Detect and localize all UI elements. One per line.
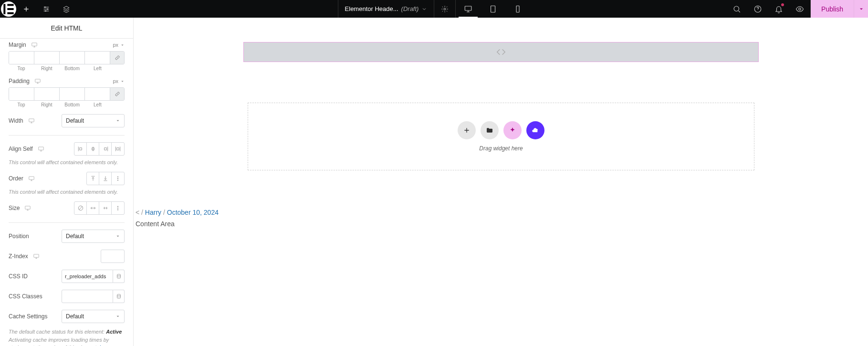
svg-rect-2 <box>7 8 13 10</box>
top-bar: Elementor Heade... (Draft) <box>0 0 868 18</box>
search-button[interactable] <box>726 0 747 18</box>
order-last-button[interactable] <box>99 172 112 185</box>
publish-options-button[interactable] <box>854 0 868 18</box>
cssclasses-dynamic-button[interactable] <box>113 290 125 303</box>
margin-top-input[interactable] <box>9 52 34 64</box>
svg-rect-9 <box>491 6 495 12</box>
svg-rect-1 <box>7 4 13 6</box>
zindex-input[interactable] <box>101 250 125 263</box>
order-row: Order <box>9 165 125 185</box>
size-row: Size <box>9 195 125 215</box>
grow-icon <box>90 205 96 211</box>
preview-canvas[interactable]: Drag widget here < / Harry / October 10,… <box>134 18 868 346</box>
device-mobile[interactable] <box>505 0 530 18</box>
cache-description: The default cache status for this elemen… <box>9 328 125 346</box>
padding-left-input[interactable] <box>85 88 110 100</box>
padding-link-button[interactable] <box>110 88 124 100</box>
svg-point-25 <box>117 208 118 209</box>
svg-point-19 <box>117 177 118 178</box>
cloud-button[interactable] <box>526 121 544 139</box>
link-icon <box>115 91 120 97</box>
chevron-down-icon <box>421 6 427 12</box>
byline-author-link[interactable]: Harry <box>145 209 161 216</box>
byline-date-link[interactable]: October 10, 2024 <box>167 209 219 216</box>
elementor-logo[interactable] <box>1 1 16 17</box>
position-row: Position Default <box>9 223 125 243</box>
margin-link-button[interactable] <box>110 52 124 64</box>
desktop-icon[interactable] <box>33 253 40 260</box>
margin-left-input[interactable] <box>85 52 110 64</box>
add-element-button[interactable] <box>16 0 36 18</box>
notifications-button[interactable] <box>768 0 789 18</box>
content-area-label: Content Area <box>136 220 175 228</box>
svg-rect-27 <box>33 254 39 257</box>
desktop-icon[interactable] <box>24 205 31 211</box>
size-none-button[interactable] <box>74 202 87 214</box>
cssclasses-input[interactable] <box>62 290 113 303</box>
document-title: Elementor Heade... <box>345 5 398 12</box>
margin-unit-select[interactable]: px <box>113 42 125 48</box>
margin-bottom-input[interactable] <box>60 52 85 64</box>
desktop-icon[interactable] <box>28 175 35 182</box>
size-grow-button[interactable] <box>87 202 99 214</box>
position-select[interactable]: Default <box>62 230 125 243</box>
desktop-icon[interactable] <box>34 78 41 84</box>
desktop-icon[interactable] <box>28 117 35 124</box>
align-center-button[interactable] <box>87 143 99 155</box>
device-tablet[interactable] <box>481 0 505 18</box>
zindex-row: Z-Index <box>9 243 125 263</box>
padding-bottom-input[interactable] <box>60 88 85 100</box>
more-vertical-icon <box>115 205 121 211</box>
device-desktop[interactable] <box>456 0 481 18</box>
cssid-dynamic-button[interactable] <box>113 270 125 283</box>
svg-rect-22 <box>25 206 31 209</box>
site-settings-button[interactable] <box>36 0 56 18</box>
topbar-right: Publish <box>726 0 868 18</box>
padding-top-input[interactable] <box>9 88 34 100</box>
more-vertical-icon <box>115 175 121 182</box>
align-stretch-icon <box>115 146 121 152</box>
order-first-button[interactable] <box>87 172 99 185</box>
order-more-button[interactable] <box>112 172 124 185</box>
order-first-icon <box>90 175 96 182</box>
add-template-button[interactable] <box>481 121 499 139</box>
cssid-input[interactable] <box>62 270 113 283</box>
drop-zone[interactable]: Drag widget here <box>248 103 754 170</box>
document-status: (Draft) <box>401 5 419 12</box>
page-settings-button[interactable] <box>434 0 456 18</box>
preview-button[interactable] <box>789 0 810 18</box>
html-widget-placeholder[interactable] <box>243 42 759 62</box>
align-self-row: Align Self <box>9 136 125 156</box>
add-widget-button[interactable] <box>458 121 476 139</box>
cache-select[interactable]: Default <box>62 310 125 323</box>
sparkle-icon <box>509 126 516 134</box>
chevron-down-icon <box>115 234 120 239</box>
desktop-icon[interactable] <box>38 146 44 152</box>
document-title-group[interactable]: Elementor Heade... (Draft) <box>338 0 435 18</box>
order-label: Order <box>9 175 35 182</box>
size-shrink-button[interactable] <box>99 202 112 214</box>
align-self-label: Align Self <box>9 146 44 152</box>
cssclasses-label: CSS Classes <box>9 293 42 300</box>
ai-button[interactable] <box>503 121 522 139</box>
align-stretch-button[interactable] <box>112 143 124 155</box>
chevron-down-icon <box>858 6 864 12</box>
drop-zone-text: Drag widget here <box>479 145 523 152</box>
help-button[interactable] <box>747 0 768 18</box>
padding-unit-select[interactable]: px <box>113 78 125 84</box>
align-end-button[interactable] <box>99 143 112 155</box>
publish-button[interactable]: Publish <box>811 0 854 18</box>
width-select[interactable]: Default <box>62 114 125 127</box>
size-label: Size <box>9 205 31 211</box>
align-start-icon <box>77 146 84 152</box>
svg-point-24 <box>117 206 118 207</box>
align-start-button[interactable] <box>74 143 87 155</box>
margin-inputs <box>9 51 125 64</box>
padding-right-input[interactable] <box>34 88 60 100</box>
topbar-left <box>0 0 76 18</box>
margin-right-input[interactable] <box>34 52 60 64</box>
size-more-button[interactable] <box>112 202 124 214</box>
svg-point-21 <box>117 180 118 181</box>
desktop-icon[interactable] <box>31 42 38 48</box>
structure-button[interactable] <box>56 0 76 18</box>
